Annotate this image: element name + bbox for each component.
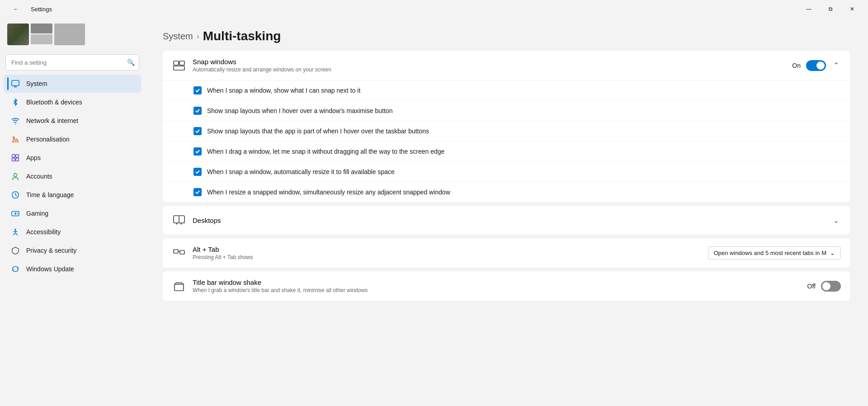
alttab-dropdown[interactable]: Open windows and 5 most recent tabs in M… (708, 246, 841, 260)
restore-button[interactable]: ⧉ (820, 2, 841, 16)
snap-checkbox-3[interactable] (193, 127, 202, 135)
sidebar-label-accessibility: Accessibility (26, 228, 61, 236)
main-content: System › Multi-tasking Snap windows (145, 18, 868, 406)
snap-checkbox-6[interactable] (193, 188, 202, 196)
snap-checkbox-row-3: Show snap layouts that the app is part o… (163, 121, 850, 142)
snap-checkbox-1[interactable] (193, 86, 202, 94)
titlebar-shake-toggle[interactable] (821, 281, 841, 292)
avatar-small-2 (31, 34, 52, 44)
svg-point-9 (14, 174, 17, 177)
sidebar-item-system[interactable]: System (4, 75, 141, 93)
sidebar-label-network: Network & internet (26, 117, 78, 124)
avatar-main (7, 24, 29, 45)
svg-line-12 (15, 195, 17, 196)
breadcrumb-separator: › (197, 32, 199, 41)
time-icon (11, 190, 20, 199)
snap-checkbox-label-2: Show snap layouts when I hover over a wi… (207, 107, 392, 114)
sidebar-item-gaming[interactable]: Gaming (4, 204, 141, 222)
snap-checkbox-label-4: When I drag a window, let me snap it wit… (207, 148, 444, 155)
svg-point-30 (176, 223, 178, 225)
alttab-left: Alt + Tab Pressing Alt + Tab shows (172, 245, 253, 260)
search-box: 🔍 (5, 54, 139, 71)
accounts-icon (11, 172, 20, 181)
titlebar-shake-panel: Title bar window shake When I grab a win… (163, 271, 850, 301)
sidebar-label-update: Windows Update (26, 265, 74, 273)
snap-checkbox-row-5: When I snap a window, automatically resi… (163, 162, 850, 182)
sidebar-label-privacy: Privacy & security (26, 247, 76, 254)
snap-checkbox-4[interactable] (193, 147, 202, 156)
personalisation-icon (11, 135, 20, 144)
svg-rect-0 (12, 80, 19, 86)
sidebar-item-privacy[interactable]: Privacy & security (4, 241, 141, 260)
desktops-chevron[interactable]: ⌄ (831, 214, 841, 227)
sidebar-label-bluetooth: Bluetooth & devices (26, 99, 82, 106)
svg-rect-26 (179, 61, 184, 65)
snap-checkbox-row-2: Show snap layouts when I hover over a wi… (163, 101, 850, 121)
alttab-title: Alt + Tab (193, 245, 253, 253)
sidebar-item-accessibility[interactable]: Accessibility (4, 223, 141, 241)
svg-rect-7 (12, 158, 15, 161)
titlebar-shake-subtitle: When I grab a window's title bar and sha… (193, 287, 368, 293)
sidebar-item-bluetooth[interactable]: Bluetooth & devices (4, 93, 141, 111)
svg-line-23 (13, 234, 14, 236)
snap-toggle-label: On (792, 62, 801, 69)
accessibility-icon (11, 227, 20, 236)
snap-windows-text: Snap windows Automatically resize and ar… (193, 58, 331, 73)
snap-windows-header: Snap windows Automatically resize and ar… (163, 51, 850, 80)
breadcrumb-system[interactable]: System (163, 31, 193, 42)
sidebar-label-system: System (26, 80, 47, 87)
privacy-icon (11, 246, 20, 255)
network-icon (11, 116, 20, 125)
minimize-button[interactable]: — (798, 2, 819, 16)
alttab-icon (172, 246, 186, 260)
snap-windows-subtitle: Automatically resize and arrange windows… (193, 66, 331, 73)
alttab-dropdown-chevron: ⌄ (830, 250, 835, 256)
close-button[interactable]: ✕ (842, 2, 863, 16)
snap-toggle[interactable] (806, 60, 826, 71)
update-icon (11, 264, 20, 274)
app-body: 🔍 System (0, 18, 868, 406)
alttab-row: Alt + Tab Pressing Alt + Tab shows Open … (163, 238, 850, 268)
sidebar-item-accounts[interactable]: Accounts (4, 167, 141, 185)
svg-point-18 (14, 229, 16, 231)
svg-line-24 (17, 234, 18, 236)
back-button[interactable]: ← (5, 2, 26, 16)
alttab-subtitle: Pressing Alt + Tab shows (193, 254, 253, 260)
svg-rect-6 (16, 155, 19, 157)
snap-checkbox-5[interactable] (193, 168, 202, 176)
gaming-icon (11, 209, 20, 218)
svg-point-31 (181, 223, 182, 225)
titlebar-shake-toggle-label: Off (807, 283, 816, 290)
snap-checkbox-row-1: When I snap a window, show what I can sn… (163, 80, 850, 101)
sidebar-item-personalisation[interactable]: Personalisation (4, 130, 141, 148)
snap-chevron-up[interactable]: ⌃ (831, 59, 841, 71)
breadcrumb-current: Multi-tasking (203, 29, 281, 43)
svg-rect-8 (16, 158, 19, 161)
snap-checkbox-label-6: When I resize a snapped window, simultan… (207, 189, 450, 196)
title-bar-left: ← Settings (5, 2, 52, 16)
sidebar-item-apps[interactable]: Apps (4, 149, 141, 167)
alttab-text: Alt + Tab Pressing Alt + Tab shows (193, 245, 253, 260)
snap-checkbox-row-6: When I resize a snapped window, simultan… (163, 182, 850, 202)
snap-checkbox-2[interactable] (193, 107, 202, 115)
snap-checkbox-row-4: When I drag a window, let me snap it wit… (163, 142, 850, 162)
title-bar: ← Settings — ⧉ ✕ (0, 0, 868, 18)
svg-point-16 (17, 212, 18, 213)
sidebar-item-update[interactable]: Windows Update (4, 260, 141, 278)
app-title: Settings (31, 6, 52, 13)
svg-rect-35 (175, 284, 184, 291)
svg-point-4 (13, 137, 15, 139)
titlebar-shake-left: Title bar window shake When I grab a win… (172, 279, 368, 293)
sidebar-item-time[interactable]: Time & language (4, 186, 141, 204)
snap-checkbox-label-1: When I snap a window, show what I can sn… (207, 87, 360, 94)
svg-rect-25 (174, 61, 179, 65)
desktops-row: Desktops ⌄ (163, 206, 850, 235)
svg-rect-33 (180, 250, 184, 254)
avatar-small-group (31, 24, 52, 45)
desktops-icon (172, 213, 186, 227)
sidebar-nav: System Bluetooth & devices (0, 74, 145, 279)
sidebar-label-apps: Apps (26, 154, 41, 161)
window-controls: — ⧉ ✕ (798, 2, 863, 16)
sidebar-item-network[interactable]: Network & internet (4, 112, 141, 130)
search-input[interactable] (5, 54, 139, 71)
